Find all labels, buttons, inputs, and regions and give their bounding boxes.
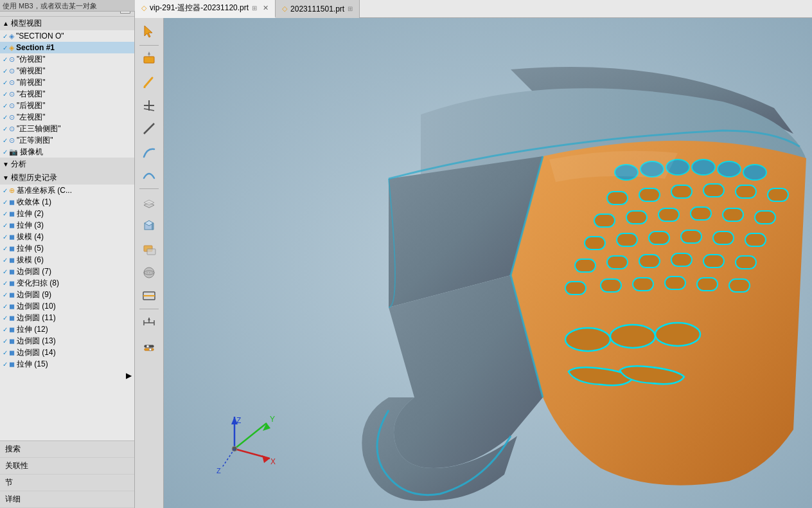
analysis-section-header[interactable]: ▼ 分析 — [0, 158, 134, 171]
tab-close-vip291[interactable]: ✕ — [263, 4, 269, 12]
svg-rect-65 — [671, 253, 692, 266]
footer-properties[interactable]: 关联性 — [0, 458, 134, 475]
svg-rect-47 — [703, 184, 724, 197]
svg-rect-56 — [585, 237, 605, 249]
ext12-icon: ◼ — [9, 325, 15, 334]
back-icon: ⊙ — [9, 102, 15, 110]
tree-item-body1[interactable]: ✓ ◼ 收敛体 (1) — [0, 196, 134, 208]
varsweep8-icon: ◼ — [9, 279, 15, 287]
arc-tool-button[interactable] — [138, 164, 160, 186]
tab-2023111501[interactable]: ◇ 2023111501.prt ⊞ — [276, 0, 360, 18]
tree-item-trimetric[interactable]: ✓ ⊙ "正三轴侧图" — [0, 123, 134, 134]
check-icon: ✓ — [3, 326, 8, 333]
settings-toolbar-button[interactable] — [138, 335, 160, 357]
tree-item-ext5[interactable]: ✓ ◼ 拉伸 (5) — [0, 242, 134, 254]
toolbar-sep3 — [139, 309, 159, 309]
line-tool-button[interactable] — [138, 118, 160, 140]
plane-button[interactable] — [138, 192, 160, 213]
tree-item-ext2[interactable]: ✓ ◼ 拉伸 (2) — [0, 208, 134, 219]
ext5-label: 拉伸 (5) — [17, 243, 44, 254]
tree-item-blend13[interactable]: ✓ ◼ 边倒圆 (13) — [0, 335, 134, 347]
tree-item-right[interactable]: ✓ ⊙ "右视图" — [0, 88, 134, 100]
csys-icon: ⊕ — [9, 186, 15, 195]
tree-item-left[interactable]: ✓ ⊙ "左视图" — [0, 111, 134, 123]
ext2-label: 拉伸 (2) — [17, 208, 44, 219]
tree-item-draft6[interactable]: ✓ ◼ 拔模 (6) — [0, 254, 134, 266]
footer-section[interactable]: 节 — [0, 475, 134, 491]
tree-item-blend11[interactable]: ✓ ◼ 边倒圆 (11) — [0, 312, 134, 323]
measure-button[interactable] — [138, 312, 160, 334]
camera-label: 摄像机 — [20, 147, 43, 158]
check-icon: ✓ — [3, 44, 8, 51]
tree-item-camera[interactable]: ✓ 📷 摄像机 — [0, 146, 134, 158]
tree-item-back[interactable]: ✓ ⊙ "后视图" — [0, 100, 134, 111]
footer-details[interactable]: 详细 — [0, 491, 134, 508]
tree-item-varsweep8[interactable]: ✓ ◼ 变化扫掠 (8) — [0, 277, 134, 289]
footer-search[interactable]: 搜索 — [0, 441, 134, 458]
tree-item-blend14[interactable]: ✓ ◼ 边倒圆 (14) — [0, 347, 134, 358]
tree-item-section1[interactable]: ✓ ◈ Section #1 — [0, 42, 134, 53]
tree-item-blend10[interactable]: ✓ ◼ 边倒圆 (10) — [0, 300, 134, 312]
solid-button[interactable] — [138, 215, 160, 237]
tree-item-top[interactable]: ✓ ⊙ "俯视图" — [0, 65, 134, 77]
tree-item-draft4[interactable]: ✓ ◼ 拔模 (4) — [0, 231, 134, 242]
svg-rect-51 — [626, 211, 647, 224]
check-icon: ✓ — [3, 137, 8, 144]
top-label: "俯视图" — [17, 66, 46, 77]
tree-item-ext12[interactable]: ✓ ◼ 拉伸 (12) — [0, 323, 134, 335]
tree-item-section-o[interactable]: ✓ ◈ "SECTION O" — [0, 30, 134, 42]
trimetric-label: "正三轴侧图" — [17, 123, 61, 134]
svg-line-9 — [144, 123, 154, 134]
curve-tool-button[interactable] — [138, 141, 160, 163]
surface-button[interactable] — [138, 238, 160, 260]
tree-item-csys[interactable]: ✓ ⊕ 基准坐标系 (C... — [0, 185, 134, 196]
add-point-button[interactable] — [138, 95, 160, 116]
svg-rect-69 — [601, 279, 621, 292]
check-icon: ✓ — [3, 56, 8, 63]
tab-pin-2023[interactable]: ⊞ — [348, 5, 353, 12]
right-label: "右视图" — [17, 89, 46, 100]
svg-point-76 — [655, 323, 700, 346]
svg-rect-59 — [681, 230, 702, 243]
back-label: "后视图" — [17, 100, 46, 111]
sphere-button[interactable] — [138, 261, 160, 283]
plane-sketch-button[interactable] — [138, 48, 160, 70]
section-tool-button[interactable] — [138, 284, 160, 306]
svg-point-29 — [149, 349, 152, 351]
tab-bar: ◇ vip-291-遥控器-20231120.prt ⊞ ✕ ◇ 2023111… — [135, 0, 812, 18]
tree-item-ext15[interactable]: ✓ ◼ 拉伸 (15) — [0, 358, 134, 370]
tree-item-isometric[interactable]: ✓ ⊙ "正等测图" — [0, 134, 134, 146]
check-icon: ✓ — [3, 314, 8, 322]
ext12-label: 拉伸 (12) — [17, 324, 48, 335]
tree-item-ext3[interactable]: ✓ ◼ 拉伸 (3) — [0, 219, 134, 231]
model-views-label: 模型视图 — [11, 18, 42, 29]
ext5-icon: ◼ — [9, 244, 15, 253]
tree-item-blend7[interactable]: ✓ ◼ 边倒圆 (7) — [0, 266, 134, 277]
svg-rect-66 — [703, 255, 724, 268]
model-views-section-header[interactable]: ▲ 模型视图 — [0, 17, 134, 30]
select-tool-button[interactable] — [138, 21, 160, 42]
pencil-button[interactable] — [138, 71, 160, 93]
blend7-label: 边倒圆 (7) — [17, 266, 51, 277]
tree-item-blend9[interactable]: ✓ ◼ 边倒圆 (9) — [0, 289, 134, 300]
tree-item-front[interactable]: ✓ ⊙ "前视图" — [0, 77, 134, 88]
status-hint: 使用 MB3，或者双击某一对象 — [0, 0, 135, 12]
svg-rect-72 — [697, 278, 718, 291]
blend11-icon: ◼ — [9, 314, 15, 322]
tab-vip291[interactable]: ◇ vip-291-遥控器-20231120.prt ⊞ ✕ — [135, 0, 276, 18]
svg-rect-64 — [639, 255, 660, 268]
model-svg: Y X Z Z — [164, 18, 812, 508]
viewport[interactable]: Y X Z Z — [164, 18, 812, 508]
check-icon: ✓ — [3, 291, 8, 298]
tree-scroll-right[interactable]: ▶ — [126, 371, 132, 380]
history-section-header[interactable]: ▼ 模型历史记录 — [0, 171, 134, 185]
check-icon: ✓ — [3, 245, 8, 252]
sidebar-footer: 搜索 关联性 节 详细 — [0, 440, 134, 508]
analysis-label: 分析 — [11, 159, 26, 170]
history-arrow: ▼ — [3, 174, 9, 181]
tab-pin-vip291[interactable]: ⊞ — [252, 5, 257, 12]
section1-label: Section #1 — [16, 43, 55, 52]
check-icon: ✓ — [3, 91, 8, 98]
check-icon: ✓ — [3, 199, 8, 206]
tree-item-iso[interactable]: ✓ ⊙ "仿视图" — [0, 53, 134, 65]
